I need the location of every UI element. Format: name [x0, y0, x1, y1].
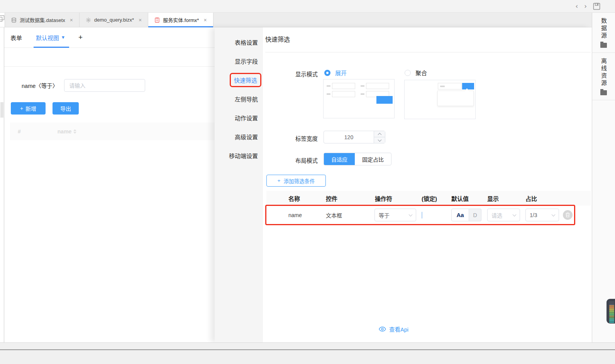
layout-mode-segmented: 自适应 固定占比 — [324, 153, 391, 165]
preview-table-header: # name — [10, 123, 215, 140]
chevron-down-icon: ▼ — [62, 35, 64, 39]
tab-label: demo_query.bizx* — [94, 17, 134, 23]
database-icon — [11, 17, 17, 23]
row-field-name: name — [285, 212, 322, 218]
default-value-d-button[interactable]: D — [469, 209, 481, 221]
dock-item-label: 数据源 — [601, 18, 607, 40]
tab-label: 测试数据集.datasetx — [20, 16, 65, 24]
menu-item-quick-filter[interactable]: 快速筛选 — [215, 71, 263, 89]
ratio-select[interactable]: 1/3 — [525, 209, 559, 221]
operator-select[interactable]: 等于 — [374, 209, 416, 221]
sort-icon[interactable] — [73, 129, 76, 134]
locked-checkbox[interactable] — [422, 212, 422, 219]
label-width-value[interactable]: 120 — [324, 131, 374, 143]
divider — [4, 66, 215, 67]
add-view-button[interactable]: + — [78, 33, 83, 42]
dock-item-offline-resources[interactable]: 离线资源 — [592, 53, 615, 100]
aggregate-mode-preview[interactable] — [404, 80, 476, 119]
column-header-name: name — [58, 128, 77, 135]
tab-dataset[interactable]: 测试数据集.datasetx × — [5, 13, 80, 27]
menu-item-table-settings[interactable]: 表格设置 — [215, 33, 263, 52]
form-canvas: 表单 默认视图 ▼ + name〈等于〉 + 新增 导出 # name — [4, 27, 215, 342]
view-toolbar: 表单 默认视图 ▼ + — [4, 27, 215, 48]
dock-item-datasource[interactable]: 数据源 — [592, 13, 615, 53]
view-api-link[interactable]: 查看Api — [379, 325, 408, 333]
editor-tab-bar: 测试数据集.datasetx × demo_query.bizx* × 服务实体… — [0, 13, 592, 27]
mini-dropdown-panel — [437, 91, 474, 106]
plus-icon: + — [278, 178, 281, 184]
col-header-display: 显示 — [484, 194, 522, 202]
col-header-default: 默认值 — [448, 194, 484, 202]
filter-table-row: name 文本框 等于 Aa D 请选 — [266, 206, 591, 224]
col-header-locked: (锁定) — [418, 194, 448, 202]
tab-query[interactable]: demo_query.bizx* × — [80, 13, 148, 27]
add-record-button[interactable]: + 新增 — [11, 102, 46, 115]
label-width-stepper: 120 — [324, 131, 385, 143]
radio-expand[interactable]: 展开 — [324, 69, 347, 77]
add-filter-condition-button[interactable]: + 添加筛选条件 — [266, 175, 326, 187]
display-select[interactable]: 请选 — [487, 209, 520, 221]
restore-window-icon[interactable] — [0, 13, 5, 27]
menu-item-display-fields[interactable]: 显示字段 — [215, 52, 263, 71]
label-width-label: 标签宽度 — [263, 134, 318, 142]
layout-option-fixed-ratio[interactable]: 固定占比 — [355, 153, 391, 165]
folder-icon — [600, 43, 607, 48]
stepper-down-button[interactable] — [374, 137, 385, 143]
right-dock: 数据源 离线资源 — [592, 13, 615, 342]
row-control-type: 文本框 — [322, 211, 371, 219]
filter-input[interactable] — [64, 79, 145, 92]
tab-close-icon[interactable]: × — [203, 17, 207, 23]
folder-icon — [600, 90, 607, 95]
menu-item-mobile-settings[interactable]: 移动端设置 — [215, 146, 263, 165]
dock-item-label: 离线资源 — [601, 58, 607, 87]
divider — [265, 52, 591, 52]
taskbar-strip — [0, 349, 615, 364]
chevron-down-icon — [513, 212, 517, 216]
col-header-ratio: 占比 — [522, 194, 591, 202]
panel-collapse-handle[interactable] — [0, 102, 3, 118]
col-header-operator: 操作符 — [371, 194, 418, 202]
delete-row-button[interactable] — [563, 210, 573, 220]
gear-icon — [86, 17, 91, 23]
stepper-up-button[interactable] — [374, 131, 385, 137]
annotation-box: 快速筛选 — [230, 73, 261, 87]
expand-mode-preview[interactable] — [323, 79, 395, 118]
window-top-bar: ‹ › — [0, 0, 615, 13]
form-file-icon — [154, 17, 160, 23]
mini-button — [376, 96, 393, 104]
nav-forward-icon[interactable]: › — [584, 3, 587, 10]
menu-item-action-settings[interactable]: 动作设置 — [215, 108, 263, 127]
layout-option-adaptive[interactable]: 自适应 — [324, 153, 355, 165]
panel-title: 快速筛选 — [265, 34, 290, 44]
settings-content: 快速筛选 显示模式 展开 聚合 — [263, 27, 591, 342]
layout-mode-label: 布局模式 — [263, 156, 318, 164]
radio-aggregate[interactable]: 聚合 — [405, 69, 427, 77]
chevron-down-icon — [552, 212, 556, 216]
menu-item-advanced-settings[interactable]: 高级设置 — [215, 127, 263, 146]
chevron-down-icon — [409, 212, 413, 216]
settings-menu: 表格设置 显示字段 快速筛选 左侧导航 动作设置 高级设置 移动端设置 — [215, 27, 263, 342]
tab-close-icon[interactable]: × — [70, 17, 73, 23]
settings-panel: 表格设置 显示字段 快速筛选 左侧导航 动作设置 高级设置 移动端设置 快速筛选… — [215, 27, 591, 342]
level-meter-widget[interactable] — [607, 299, 615, 324]
menu-item-left-nav[interactable]: 左侧导航 — [215, 89, 263, 108]
radio-selected-icon — [324, 70, 330, 76]
preview-filter-row: name〈等于〉 — [22, 79, 145, 92]
mini-button — [462, 83, 474, 89]
display-mode-label: 显示模式 — [263, 70, 318, 78]
tab-form[interactable]: 表单 — [10, 34, 22, 42]
eye-icon — [379, 327, 386, 332]
tab-close-icon[interactable]: × — [139, 17, 142, 23]
tab-label: 服务实体.formx* — [163, 16, 199, 24]
filter-field-label: name〈等于〉 — [22, 81, 58, 89]
plus-icon: + — [20, 105, 23, 111]
nav-back-icon[interactable]: ‹ — [575, 3, 578, 10]
radio-unselected-icon — [405, 70, 411, 76]
tab-default-view[interactable]: 默认视图 ▼ — [36, 34, 64, 42]
view-label: 默认视图 — [36, 34, 59, 42]
export-button[interactable]: 导出 — [53, 102, 79, 115]
col-header-control: 控件 — [322, 194, 371, 202]
default-value-text-button[interactable]: Aa — [451, 209, 469, 221]
save-icon[interactable] — [593, 3, 600, 10]
tab-form-active[interactable]: 服务实体.formx* × — [148, 13, 213, 27]
